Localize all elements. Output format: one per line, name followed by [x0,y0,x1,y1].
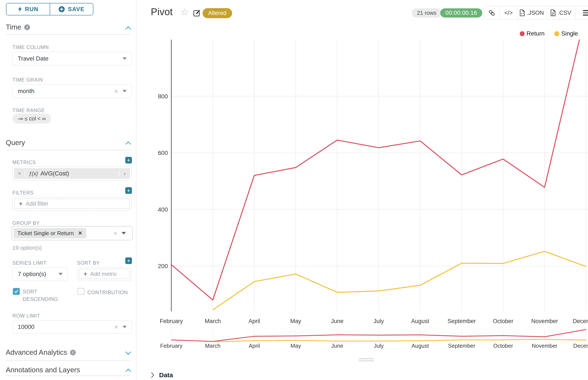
export-json-button[interactable]: .JSON [517,6,546,19]
section-divider [6,360,130,361]
csv-button-label: .CSV [558,10,571,16]
contribution-checkbox[interactable] [78,288,84,295]
run-button[interactable]: RUN [6,3,50,15]
export-csv-button[interactable]: .CSV [546,6,575,19]
lightning-bolt-icon [18,6,22,12]
view-query-button[interactable]: </> [500,6,517,19]
chevron-up-icon[interactable] [125,26,131,30]
group-by-hint: 19 option(s) [12,245,42,251]
group-by-select[interactable]: Ticket Single or Return ✕ × [12,226,132,240]
data-section-toggle[interactable]: Data [151,371,173,379]
caret-down-icon [122,232,126,234]
altered-badge-label: Altered [208,10,226,17]
filters-label: FILTERS [12,190,33,196]
panel-resize-handle[interactable] [359,358,374,359]
clear-icon[interactable]: × [114,323,118,330]
sort-descending-label: SORT DESCENDING [23,288,52,303]
link-icon [488,9,495,16]
time-range-label: TIME RANGE [12,108,45,114]
row-count-label: 21 rows [417,10,436,16]
time-grain-label: TIME GRAIN [12,77,43,83]
series-limit-value: 7 option(s) [13,271,59,278]
metrics-label: METRICS [12,160,36,165]
control-panel: RUN SAVE Time i TIME COLUMN Travel Date … [0,0,136,380]
plus-icon: + [19,200,23,207]
time-section-title: Time [6,23,21,31]
time-range-value: -∞ ≤ col < ∞ [18,115,46,122]
query-timer-badge: 00:00:00.16 [440,8,482,18]
filters-box: + Add filter [12,197,132,210]
sort-by-label: SORT BY [77,260,100,266]
time-column-select[interactable]: Travel Date [12,52,132,65]
chart-toolbar: </> .JSON .CSV [484,6,588,20]
share-link-button[interactable] [484,6,500,19]
time-column-label: TIME COLUMN [12,44,49,50]
add-filter-dropzone[interactable]: + Add filter [14,199,130,209]
row-count-badge: 21 rows [412,8,442,18]
remove-metric-icon[interactable]: × [14,170,25,177]
contribution-field: CONTRIBUTION [78,288,128,296]
save-button[interactable]: SAVE [50,3,93,15]
clear-icon[interactable]: × [114,88,118,95]
time-grain-value: month [13,88,114,95]
hamburger-icon [583,10,588,16]
data-section-label: Data [159,371,173,379]
row-limit-select[interactable]: 10000 × [12,320,132,334]
chevron-down-icon[interactable] [125,351,131,355]
plus-icon: + [127,188,130,194]
chart-menu-button[interactable] [575,6,588,19]
query-section-title: Query [6,139,25,147]
metric-name: AVG(Cost) [41,170,69,177]
chevron-right-icon[interactable]: › [119,170,130,177]
chevron-up-icon[interactable] [125,368,131,372]
remove-chip-icon[interactable]: ✕ [78,230,82,236]
save-button-label: SAVE [68,6,84,13]
add-filter-placeholder: Add filter [26,200,49,207]
caret-down-icon [122,90,127,93]
run-save-button-group: RUN SAVE [6,3,93,15]
advanced-analytics-title: Advanced Analytics [6,348,67,357]
check-icon [14,290,19,293]
plus-circle-icon [59,6,65,12]
chevron-up-icon[interactable] [125,141,131,145]
add-metric-button[interactable]: + [125,157,132,163]
altered-badge[interactable]: Altered [203,8,232,18]
legend-item-single[interactable]: Single [554,30,578,37]
query-section-header: Query [6,139,25,147]
json-button-label: .JSON [527,10,544,16]
clear-icon[interactable]: × [113,230,117,237]
legend-item-return[interactable]: Return [520,30,545,37]
sort-descending-field: SORT DESCENDING [13,288,52,303]
plus-icon: + [127,258,130,264]
metric-pill[interactable]: × ƒ(x) AVG(Cost) › [14,168,130,179]
csv-file-icon [550,9,556,16]
edit-icon[interactable] [193,9,201,17]
favorite-star-icon[interactable]: ☆ [180,6,189,17]
panel-resize-handle[interactable] [359,360,374,361]
metrics-box: × ƒ(x) AVG(Cost) › [12,167,132,181]
legend-label-return: Return [527,30,545,37]
sort-by-box: + Add metric [77,267,132,281]
time-grain-select[interactable]: month × [12,84,132,98]
sort-descending-checkbox[interactable] [13,288,20,295]
add-filter-button[interactable]: + [125,187,132,194]
json-file-icon [520,9,525,16]
group-by-chip[interactable]: Ticket Single or Return ✕ [14,228,86,238]
time-range-pill[interactable]: -∞ ≤ col < ∞ [12,114,51,124]
row-limit-value: 10000 [13,323,114,330]
annotations-header: Annotations and Layers [6,366,80,374]
caret-down-icon [59,273,63,275]
sort-by-placeholder: Add metric [90,271,117,277]
legend-label-single: Single [561,30,578,37]
chart-title: Pivot [151,6,173,18]
group-by-label: GROUP BY [12,220,40,226]
series-limit-select[interactable]: 7 option(s) [12,267,68,281]
series-limit-label: SERIES LIMIT [12,260,46,266]
caret-down-icon [122,326,127,328]
add-sort-metric-dropzone[interactable]: + Add metric [79,269,130,279]
info-icon: i [70,350,76,355]
plus-icon: + [127,157,130,163]
time-column-value: Travel Date [13,55,122,62]
section-divider [6,376,130,376]
add-sort-metric-button[interactable]: + [125,257,132,264]
